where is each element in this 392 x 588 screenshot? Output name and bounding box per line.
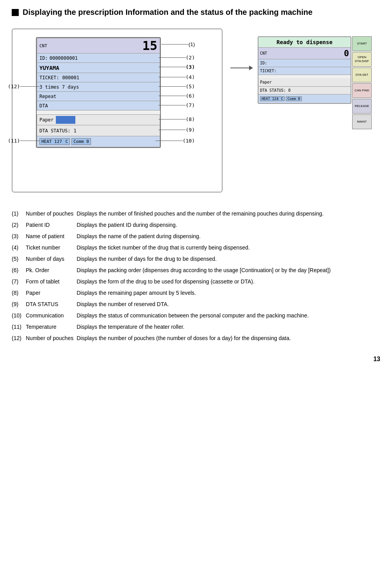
dta-status-value: 1 [73, 128, 76, 134]
small-screen-wrap: Ready to dispense CNT 0 ID: TICKET: Pape… [258, 36, 374, 129]
desc-row: (3) Name of patient Displays the name of… [12, 231, 380, 242]
arrow-head [249, 66, 253, 70]
bullet-icon [12, 9, 19, 16]
ann-4-line: (4) [159, 74, 195, 80]
can-find-button[interactable]: CAN FIND [352, 83, 372, 98]
ann-10-line: (10) [155, 138, 195, 144]
desc-row: (5) Number of days Displays the number o… [12, 253, 380, 265]
ann-1-label: (1) [189, 41, 195, 47]
small-cnt-row: CNT 0 [258, 48, 351, 59]
small-ticket-label: TICKET: [260, 69, 276, 73]
desc-row: (9) DTA STATUS Displays the number of re… [12, 299, 380, 310]
cnt-value: 15 [142, 38, 157, 53]
desc-name: Number of days [26, 253, 77, 265]
name-row: YUYAMA (3) [37, 63, 160, 73]
paper-row: Paper (8) [37, 114, 160, 125]
id-row: ID: 0000000001 (2) [37, 53, 160, 63]
cnt-label: CNT [39, 43, 47, 48]
heat-label: HEAT 127 C [39, 138, 70, 145]
start-button[interactable]: START [352, 36, 372, 51]
dta-status-label: DTA STATUS: [39, 128, 70, 134]
days-row: 3 times 7 days (5) (12) [37, 82, 160, 92]
desc-num: (3) [12, 231, 26, 242]
desc-text: Displays the number of pouches (the numb… [77, 333, 380, 344]
repeat-row: Repeat (6) [37, 92, 160, 101]
desc-text: Displays the number of reserved DTA. [77, 299, 380, 310]
maint-button[interactable]: MAINT [352, 114, 372, 129]
ticket-row: TICKET: 000001 (4) [37, 73, 160, 82]
ann-1-line: (1) [161, 41, 195, 47]
desc-row: (1) Number of pouches Displays the numbe… [12, 208, 380, 219]
ann-5-line: (5) [159, 84, 195, 89]
page-title-container: Displaying the prescription Information … [12, 8, 380, 17]
desc-text: Displays the name of the patient during … [77, 231, 380, 242]
connector-area [230, 68, 250, 68]
dta-status-row: DTA STATUS: 1 (9) [37, 125, 160, 136]
large-screen: CNT 15 (1) ID: 0000000001 (2) [36, 37, 161, 148]
desc-num: (2) [12, 219, 26, 231]
ann-8-line: (8) [159, 116, 195, 122]
dta-set-button[interactable]: DTA SET [352, 68, 372, 82]
desc-name: Number of pouches [26, 333, 77, 344]
small-id-label: ID: [260, 61, 267, 65]
desc-text: Displays the patient ID during dispensin… [77, 219, 380, 231]
ann-3-label: (3) [186, 64, 195, 70]
desc-num: (10) [12, 310, 26, 321]
desc-name: Paper [26, 287, 77, 299]
desc-name: Number of pouches [26, 208, 77, 219]
desc-row: (6) Pk. Order Displays the packing order… [12, 265, 380, 276]
large-screen-container: CNT 15 (1) ID: 0000000001 (2) [12, 29, 223, 192]
desc-name: Name of patient [26, 231, 77, 242]
desc-name: Temperature [26, 321, 77, 333]
small-paper-row: Paper [258, 78, 351, 87]
desc-text: Displays the temperature of the heater r… [77, 321, 380, 333]
desc-name: Pk. Order [26, 265, 77, 276]
small-id-row: ID: [258, 59, 351, 67]
desc-row: (11) Temperature Displays the temperatur… [12, 321, 380, 333]
button-panel: START OPEN DTA DISP DTA SET CAN FIND REL… [352, 36, 374, 129]
right-panel: Ready to dispense CNT 0 ID: TICKET: Pape… [258, 36, 374, 129]
spacer-row [37, 110, 160, 114]
ann-12-label: (12) [8, 84, 20, 89]
small-comm-cell: Comm 0 [286, 96, 302, 101]
small-ready-text: Ready to dispense [258, 37, 351, 48]
desc-row: (4) Ticket number Displays the ticket nu… [12, 242, 380, 253]
desc-name: DTA STATUS [26, 299, 77, 310]
release-button[interactable]: RELEASE [352, 99, 372, 114]
repeat-value: Repeat [39, 94, 56, 99]
desc-name: Form of tablet [26, 276, 77, 287]
ann-9-line: (9) [159, 127, 195, 133]
diagram-area: CNT 15 (1) ID: 0000000001 (2) [12, 29, 380, 192]
desc-row: (7) Form of tablet Displays the form of … [12, 276, 380, 287]
small-dta-row: DTA STATUS: 0 [258, 87, 351, 94]
desc-num: (7) [12, 276, 26, 287]
dta-set-label: DTA SET [356, 73, 369, 77]
desc-name: Ticket number [26, 242, 77, 253]
ann-7-line: (7) [159, 102, 195, 108]
ann-10-label: (10) [183, 138, 195, 144]
desc-text: Displays the number of finished pouches … [77, 208, 380, 219]
ann-11-line: (11) [8, 138, 39, 144]
id-label: ID: [39, 55, 48, 61]
ann-9-label: (9) [186, 127, 195, 133]
desc-row: (12) Number of pouches Displays the numb… [12, 333, 380, 344]
name-value: YUYAMA [39, 65, 59, 71]
days-value: 3 times 7 days [39, 84, 79, 90]
paper-level-indicator [56, 116, 75, 124]
ann-5-label: (5) [186, 84, 195, 89]
desc-num: (6) [12, 265, 26, 276]
id-value: 0000000001 [50, 55, 78, 61]
screen-inner-wrap: CNT 15 (1) ID: 0000000001 (2) [36, 37, 161, 148]
heat-row: HEAT 127 C Comm 0 (10) (11) [37, 136, 160, 147]
desc-num: (4) [12, 242, 26, 253]
cnt-row: CNT 15 (1) [37, 38, 160, 53]
descriptions-table: (1) Number of pouches Displays the numbe… [12, 208, 380, 344]
ann-12-line: (12) [8, 84, 39, 89]
desc-num: (5) [12, 253, 26, 265]
desc-text: Displays the number of days for the drug… [77, 253, 380, 265]
ann-2-line: (2) [159, 55, 195, 61]
ann-8-label: (8) [186, 116, 195, 122]
small-cnt-label: CNT [260, 51, 267, 55]
small-cnt-value: 0 [344, 48, 349, 58]
dta-open-button[interactable]: OPEN DTA DISP [352, 52, 372, 67]
